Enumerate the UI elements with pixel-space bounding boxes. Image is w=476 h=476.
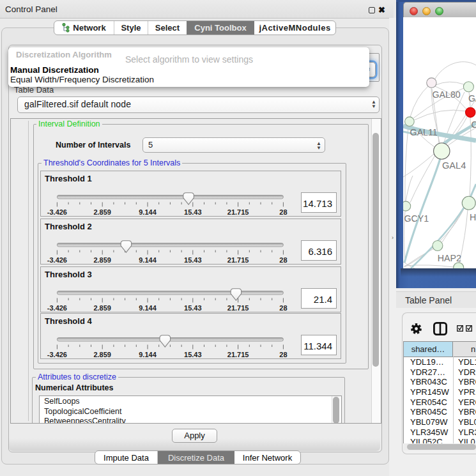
svg-text:2.859: 2.859 [93, 256, 111, 264]
svg-text:GCY1: GCY1 [404, 213, 429, 224]
svg-text:2.859: 2.859 [93, 351, 111, 358]
svg-text:9.144: 9.144 [139, 256, 157, 264]
svg-text:15.43: 15.43 [184, 351, 202, 358]
svg-text:21.715: 21.715 [227, 304, 249, 312]
svg-text:28: 28 [279, 208, 287, 216]
svg-text:-3.426: -3.426 [47, 351, 67, 358]
svg-text:GAL11: GAL11 [410, 127, 438, 137]
svg-text:2.859: 2.859 [93, 304, 111, 312]
svg-text:9.144: 9.144 [139, 304, 157, 312]
svg-text:15.43: 15.43 [184, 208, 202, 216]
svg-text:CD: CD [472, 119, 476, 130]
svg-text:21.715: 21.715 [227, 256, 249, 264]
svg-text:GAL80: GAL80 [433, 89, 461, 100]
svg-text:9.144: 9.144 [139, 351, 157, 358]
svg-text:15.43: 15.43 [184, 256, 202, 264]
svg-text:-3.426: -3.426 [47, 256, 67, 264]
svg-text:HAP2: HAP2 [438, 253, 461, 263]
svg-text:GA: GA [468, 93, 476, 104]
svg-text:28: 28 [279, 304, 287, 312]
svg-text:28: 28 [279, 351, 287, 358]
svg-text:-3.426: -3.426 [47, 304, 67, 312]
svg-text:15.43: 15.43 [184, 304, 202, 312]
svg-text:9.144: 9.144 [139, 208, 157, 216]
svg-text:28: 28 [279, 256, 287, 264]
svg-text:-3.426: -3.426 [47, 208, 67, 216]
svg-text:21.715: 21.715 [227, 208, 249, 216]
svg-text:HA: HA [470, 212, 476, 222]
svg-text:21.715: 21.715 [227, 351, 249, 358]
svg-text:2.859: 2.859 [93, 208, 111, 216]
svg-text:GAL4: GAL4 [442, 160, 466, 171]
